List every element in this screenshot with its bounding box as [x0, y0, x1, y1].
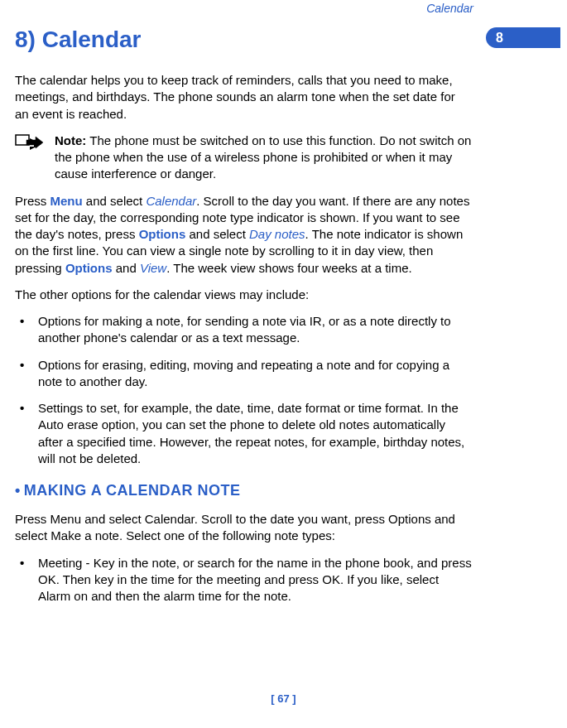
menu-key-label: Menu — [50, 194, 83, 208]
page-content: 8) Calendar The calendar helps you to ke… — [0, 0, 567, 605]
section2-intro: Press Menu and select Calendar. Scroll t… — [15, 511, 472, 545]
section-bullet-icon: • — [15, 482, 21, 499]
options-key-label-2: Options — [65, 261, 113, 275]
intro-paragraph: The calendar helps you to keep track of … — [15, 72, 472, 123]
note-label: Note: — [55, 133, 86, 147]
chapter-tab-badge: 8 — [486, 27, 560, 48]
note-body: The phone must be switched on to use thi… — [55, 133, 471, 181]
chapter-title: 8) Calendar — [15, 27, 472, 53]
note-text: Note: The phone must be switched on to u… — [55, 133, 472, 183]
list-item: Meeting - Key in the note, or search for… — [15, 555, 472, 605]
list-item: Options for erasing, editing, moving and… — [15, 357, 472, 391]
section-heading: •MAKING A CALENDAR NOTE — [15, 482, 472, 499]
screen-item-calendar: Calendar — [146, 194, 196, 208]
navigation-paragraph: Press Menu and select Calendar. Scroll t… — [15, 193, 472, 277]
section2-list: Meeting - Key in the note, or search for… — [15, 555, 472, 605]
list-item: Options for making a note, for sending a… — [15, 313, 472, 347]
options-key-label: Options — [139, 227, 186, 241]
options-list: Options for making a note, for sending a… — [15, 313, 472, 467]
list-item: Settings to set, for example, the date, … — [15, 400, 472, 467]
header-section-name: Calendar — [426, 2, 473, 15]
page-footer: [ 67 ] — [0, 692, 567, 705]
chapter-tab-number: 8 — [496, 31, 503, 46]
screen-item-daynotes: Day notes — [249, 227, 305, 241]
note-block: Note: The phone must be switched on to u… — [15, 133, 472, 183]
note-arrow-icon — [15, 134, 45, 156]
section-title: MAKING A CALENDAR NOTE — [24, 482, 241, 499]
options-intro: The other options for the calendar views… — [15, 287, 472, 303]
screen-item-view: View — [140, 261, 166, 275]
